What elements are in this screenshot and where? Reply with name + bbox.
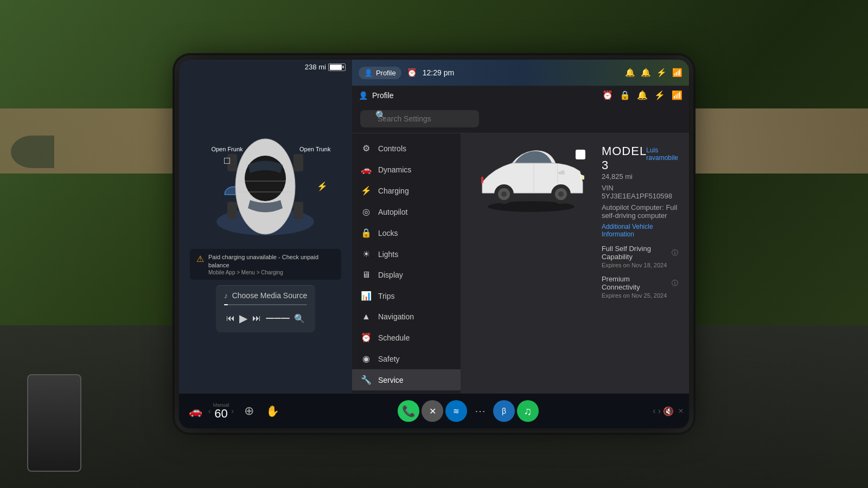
car-container: Open Frunk □ Open Trunk [184,130,347,249]
battery-text: 238 mi [305,63,326,71]
nav-schedule[interactable]: ⏰ Schedule [352,327,461,348]
safety-label: Safety [378,355,400,363]
speed-value: 60 [214,408,227,420]
warning-message: ⚠ Paid charging unavailable - Check unpa… [190,249,341,280]
phone-icon[interactable]: 📞 [398,400,419,422]
fsd-title: Full Self Driving Capability ⓘ [602,245,678,261]
close-app-icon[interactable]: ✕ [422,400,443,422]
bell-icon[interactable]: 🔔 [641,68,651,78]
fsd-info-icon[interactable]: ⓘ [672,248,678,258]
nav-service[interactable]: 🔧 Service [352,369,461,390]
profile-header-icon: 👤 [359,91,368,100]
media-progress-fill [224,304,228,305]
media-source-row: ♪ Choose Media Source [224,291,308,300]
next-button[interactable]: ⏭ [250,311,263,325]
autopilot-icon: ◎ [361,207,372,217]
signal-icon[interactable]: 📶 [672,68,682,78]
svg-rect-5 [293,154,303,171]
tidal-icon[interactable]: ≋ [445,400,467,422]
premium-info-icon[interactable]: ⓘ [672,279,678,288]
nav-display[interactable]: 🖥 Display [352,265,461,285]
nav-forward[interactable]: › [658,406,661,416]
fan-icon[interactable]: ⊕ [238,400,260,422]
open-trunk-label[interactable]: Open Trunk [299,146,330,153]
schedule-label: Schedule [378,333,410,342]
settings-nav: ⚙ Controls 🚗 Dynamics ⚡ Charging ◎ [352,133,461,393]
search-music-button[interactable]: 🔍 [292,311,307,326]
profile-header-text: Profile [372,91,394,100]
nav-trips[interactable]: 📊 Trips [352,285,461,306]
nav-back[interactable]: ‹ [653,406,655,416]
apps-icon[interactable]: ⋯ [469,400,491,422]
prev-button[interactable]: ⏮ [224,311,237,325]
fsd-expiry: Expires on Nov 18, 2024 [602,262,678,268]
settings-topbar: 👤 Profile ⏰ 12:29 pm 🔔 🔔 ⚡ 📶 [352,60,689,86]
nav-dynamics[interactable]: 🚗 Dynamics [352,159,461,180]
nav-safety[interactable]: ◉ Safety [352,348,461,369]
autopilot-row: Autopilot Computer: Full self-driving co… [602,203,678,220]
dynamics-icon: 🚗 [361,164,372,175]
svg-point-15 [501,191,507,197]
alert-icon[interactable]: 🔔 [625,68,635,78]
nav-arrows: ‹ › [653,406,661,416]
header-lock-icon[interactable]: 🔒 [620,90,630,100]
pedal [27,374,81,472]
vehicle-info: MODEL 3 Luis ravamobile 24,825 mi VIN 5Y… [602,144,678,299]
charging-label: Charging [378,187,409,195]
nav-lights[interactable]: ☀ Lights [352,243,461,265]
speed-display: Manual 60 [213,402,229,420]
nav-locks[interactable]: 🔒 Locks [352,222,461,243]
mirror [11,136,54,168]
taskbar-car-icon[interactable]: 🚗 [184,400,206,422]
display-icon: 🖥 [361,270,372,280]
hands-icon[interactable]: ✋ [262,400,284,422]
left-panel: 238 mi Open Frunk □ [179,60,352,393]
color-swatch[interactable] [576,150,585,159]
lights-label: Lights [378,250,398,259]
nav-navigation[interactable]: ▲ Navigation [352,306,461,327]
media-progress-bar[interactable] [224,304,308,305]
model-name: MODEL 3 [602,144,646,172]
lights-icon: ☀ [361,249,372,259]
spotify-icon[interactable]: ♫ [517,400,539,422]
header-alarm-icon[interactable]: ⏰ [602,90,613,100]
svg-rect-19 [481,177,483,183]
settings-body: ⚙ Controls 🚗 Dynamics ⚡ Charging ◎ [352,133,689,393]
alarm-icon[interactable]: ⏰ [407,68,417,78]
media-source-text: Choose Media Source [232,291,308,300]
warning-icon: ⚠ [196,254,204,264]
nav-charging[interactable]: ⚡ Charging [352,180,461,201]
mileage-row: 24,825 mi [602,172,678,181]
speed-next[interactable]: › [231,407,234,415]
svg-text:⚡: ⚡ [317,181,328,191]
nav-autopilot[interactable]: ◎ Autopilot [352,201,461,222]
dynamics-label: Dynamics [378,165,411,174]
speed-prev[interactable]: ‹ [208,407,211,415]
music-icon: ♪ [224,291,228,300]
owner-link[interactable]: Luis ravamobile [646,146,678,162]
status-bar: 238 mi [179,60,352,74]
header-signal-icon[interactable]: 📶 [672,90,682,100]
car-3d-image [471,144,591,215]
settings-content: MODEL 3 Luis ravamobile 24,825 mi VIN 5Y… [461,133,689,393]
premium-connectivity-row: Premium Connectivity ⓘ Expires on Nov 25… [602,275,678,299]
mute-button[interactable]: 🔇 [663,406,674,416]
battery-icon [328,63,346,71]
play-button[interactable]: ▶ [237,310,250,327]
header-right-icons: ⏰ 🔒 🔔 ⚡ 📶 [602,90,682,100]
mixer-button[interactable] [264,316,292,321]
profile-button[interactable]: 👤 Profile [359,67,401,79]
header-bt-icon[interactable]: ⚡ [654,90,665,100]
profile-section: MODEL 3 Luis ravamobile 24,825 mi VIN 5Y… [471,144,678,299]
service-icon: 🔧 [361,375,372,385]
header-alert-icon[interactable]: 🔔 [637,90,648,100]
nav-controls[interactable]: ⚙ Controls [352,138,461,159]
bluetooth-icon[interactable]: β [493,400,515,422]
navigation-label: Navigation [378,312,414,321]
open-frunk-label[interactable]: Open Frunk □ [211,146,242,167]
media-controls: ⏮ ▶ ⏭ 🔍 [224,310,308,327]
schedule-icon: ⏰ [361,332,372,343]
additional-info-link[interactable]: Additional Vehicle Information [602,223,678,238]
settings-panel: 👤 Profile ⏰ 12:29 pm 🔔 🔔 ⚡ 📶 [352,60,689,393]
bluetooth-topbar-icon[interactable]: ⚡ [656,68,667,78]
